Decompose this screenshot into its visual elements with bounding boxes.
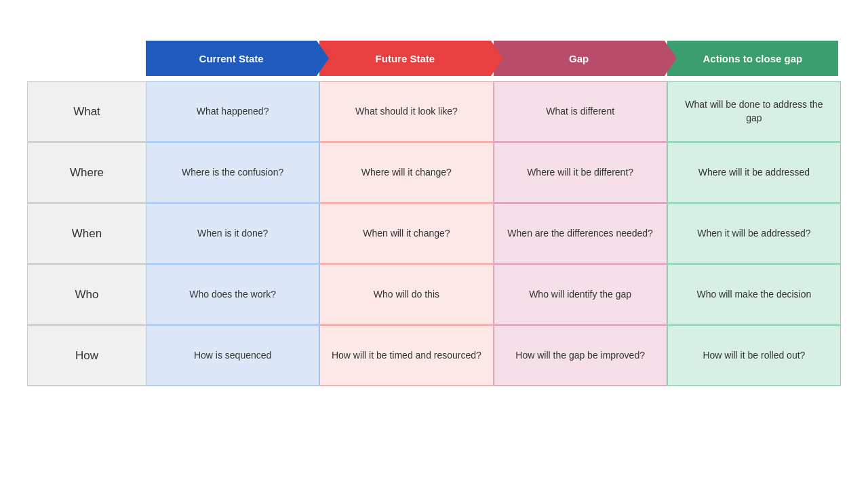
header-arrows: Current StateFuture StateGapActions to c… xyxy=(146,41,841,76)
cell-1-0: Where is the confusion? xyxy=(146,142,319,203)
cell-2-0: When is it done? xyxy=(146,203,319,264)
grid-row-3: WhoWho does the work?Who will do thisWho… xyxy=(27,264,841,325)
cell-4-3: How will it be rolled out? xyxy=(667,325,841,386)
header-arrow-0: Current State xyxy=(146,41,317,76)
header-row: Current StateFuture StateGapActions to c… xyxy=(27,41,841,76)
grid-row-0: WhatWhat happened?What should it look li… xyxy=(27,81,841,142)
grid-row-1: WhereWhere is the confusion?Where will i… xyxy=(27,142,841,203)
header-arrow-3: Actions to close gap xyxy=(667,41,838,76)
cell-1-1: Where will it change? xyxy=(319,142,493,203)
cell-0-2: What is different xyxy=(494,81,667,142)
cell-3-3: Who will make the decision xyxy=(667,264,841,325)
row-label-3: Who xyxy=(27,264,146,325)
cell-4-1: How will it be timed and resourced? xyxy=(319,325,493,386)
cell-3-0: Who does the work? xyxy=(146,264,319,325)
cell-4-2: How will the gap be improved? xyxy=(494,325,667,386)
cell-3-2: Who will identify the gap xyxy=(494,264,667,325)
row-label-0: What xyxy=(27,81,146,142)
grid-row-4: HowHow is sequencedHow will it be timed … xyxy=(27,325,841,386)
cell-0-0: What happened? xyxy=(146,81,319,142)
grid-container: WhatWhat happened?What should it look li… xyxy=(27,81,841,386)
cell-1-3: Where will it be addressed xyxy=(667,142,841,203)
cell-1-2: Where will it be different? xyxy=(494,142,667,203)
header-arrow-1: Future State xyxy=(319,41,490,76)
cell-2-1: When will it change? xyxy=(319,203,493,264)
cell-0-1: What should it look like? xyxy=(319,81,493,142)
cell-2-3: When it will be addressed? xyxy=(667,203,841,264)
grid-row-2: WhenWhen is it done?When will it change?… xyxy=(27,203,841,264)
cell-2-2: When are the differences needed? xyxy=(494,203,667,264)
row-label-2: When xyxy=(27,203,146,264)
cell-0-3: What will be done to address the gap xyxy=(667,81,841,142)
header-arrow-2: Gap xyxy=(494,41,665,76)
row-label-4: How xyxy=(27,325,146,386)
cell-3-1: Who will do this xyxy=(319,264,493,325)
row-label-1: Where xyxy=(27,142,146,203)
page-container: Current StateFuture StateGapActions to c… xyxy=(0,0,868,488)
cell-4-0: How is sequenced xyxy=(146,325,319,386)
